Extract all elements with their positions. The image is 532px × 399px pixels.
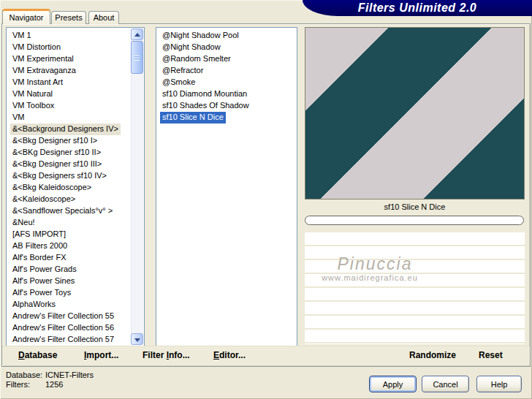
filter-item-label: sf10 Slice N Dice [160,112,226,123]
scroll-up-icon [134,33,140,37]
filter-item-label: @Night Shadow [160,42,223,53]
category-item-label: Andrew's Filter Collection 55 [10,311,116,322]
scroll-thumb[interactable] [131,41,143,74]
watermark-url: www.maidiregrafica.eu [305,273,435,282]
category-item[interactable]: &<Bkg Designers sf10 IV> [7,170,144,181]
category-item[interactable]: &<Bkg Designer sf10 I> [7,134,144,146]
category-item[interactable]: [AFS IMPORT] [7,228,144,240]
cancel-button[interactable]: Cancel [422,376,469,392]
category-item-label: &<Bkg Designer sf10 III> [10,159,104,170]
help-button[interactable]: Help [476,376,522,392]
category-item[interactable]: VM Experimental [7,53,144,64]
category-item[interactable]: VM Instant Art [7,76,144,88]
status-filters-label: Filters: [6,380,30,389]
category-item[interactable]: VM Natural [7,88,144,99]
category-item[interactable]: VM [7,111,144,123]
category-listbox[interactable]: VM 1 VM Distortion VM Experimental VM Ex… [6,27,145,346]
category-item-label: VM Extravaganza [10,65,78,77]
database-button[interactable]: Database [18,346,57,365]
filter-item-label: @Night Shadow Pool [160,30,241,42]
watermark-title: Pinuccia [305,254,445,274]
filter-item[interactable]: sf10 Slice N Dice [156,111,297,123]
category-item-label: Alf's Power Sines [10,276,77,287]
filter-item-label: @Smoke [160,77,197,88]
filter-preview [305,27,525,200]
category-item-label: VM 1 [10,30,34,42]
tab-navigator[interactable]: Navigator [2,9,50,24]
category-item-label: Andrew's Filter Collection 57 [10,334,116,346]
category-item[interactable]: &<Background Designers IV> [7,123,144,134]
category-item-label: VM Instant Art [10,77,65,88]
title-banner: Filters Unlimited 2.0 [303,0,532,16]
category-item-label: &<Sandflower Specials°v° > [10,205,115,217]
category-item[interactable]: AlphaWorks [7,298,144,310]
tab-presets[interactable]: Presets [51,11,86,24]
category-item-label: VM [10,112,27,123]
filter-item[interactable]: sf10 Diamond Mountian [156,88,297,99]
filter-info-button[interactable]: Filter Info... [142,346,190,365]
category-item-label: &<Bkg Designers sf10 IV> [10,170,109,182]
category-item[interactable]: Andrew's Filter Collection 57 [7,333,144,345]
filter-item-label: sf10 Diamond Mountian [160,88,249,100]
category-item[interactable]: Andrew's Filter Collection 55 [7,310,144,322]
category-item-label: &<Background Designers IV> [10,123,121,135]
filters-unlimited-dialog: Filters Unlimited 2.0 Navigator Presets … [0,0,532,399]
category-item-label: &<Bkg Designer sf10 I> [10,135,99,147]
preview-progressbar [305,216,524,225]
filter-item[interactable]: @Smoke [156,76,297,88]
import-button[interactable]: Import... [84,346,118,365]
category-item-label: Alf's Power Grads [10,264,79,276]
category-item[interactable]: VM Distortion [7,41,144,53]
tab-presets-label: Presets [55,13,82,22]
category-item[interactable]: &<Bkg Designer sf10 III> [7,158,144,170]
category-item-label: AlphaWorks [10,299,58,311]
category-item[interactable]: AB Filters 2000 [7,240,144,251]
parameter-area: Pinuccia www.maidiregrafica.eu [305,232,525,344]
status-database-label: Database: [6,370,42,379]
preview-caption: sf10 Slice N Dice [305,202,525,211]
category-item-label: &<Kaleidoscope> [10,194,77,205]
filter-item[interactable]: @Night Shadow [156,41,297,53]
tab-about[interactable]: About [88,11,119,24]
app-title: Filters Unlimited 2.0 [303,0,532,15]
status-filters-value: 1256 [45,380,63,389]
filter-item[interactable]: @Random Smelter [156,53,297,64]
category-item[interactable]: &<Kaleidoscope> [7,193,144,205]
tab-navigator-label: Navigator [9,13,43,22]
category-item-label: &Neu! [10,217,37,229]
category-item[interactable]: &<Bkg Kaleidoscope> [7,181,144,193]
category-item[interactable]: VM Toolbox [7,99,144,111]
category-item[interactable]: Alf's Power Toys [7,286,144,298]
category-item[interactable]: VM 1 [7,29,144,41]
filter-item[interactable]: @Refractor [156,64,297,76]
status-database-value: ICNET-Filters [45,370,94,379]
filter-item[interactable]: sf10 Shades Of Shadow [156,99,297,111]
category-item[interactable]: &Neu! [7,216,144,228]
filter-item-label: sf10 Shades Of Shadow [160,100,251,112]
filter-item-label: @Random Smelter [160,53,233,65]
category-item-label: VM Natural [10,88,55,100]
category-item[interactable]: Andrew's Filter Collection 56 [7,322,144,333]
category-item[interactable]: Alf's Power Grads [7,263,144,275]
category-item[interactable]: &<BKg Designer sf10 II> [7,146,144,158]
scroll-down-button[interactable] [131,333,143,345]
category-item[interactable]: VM Extravaganza [7,64,144,76]
filter-listbox[interactable]: @Night Shadow Pool @Night Shadow @Random… [156,27,297,346]
category-item-label: &<Bkg Kaleidoscope> [10,182,94,194]
scroll-thumb-grip-icon [134,56,140,61]
category-item[interactable]: &<Sandflower Specials°v° > [7,205,144,216]
filter-item-label: @Refractor [160,65,205,77]
category-item-label: VM Toolbox [10,100,56,112]
tab-about-label: About [94,13,115,22]
command-bar: Database Import... Filter Info... Editor… [2,346,530,365]
scroll-up-button[interactable] [131,28,143,40]
category-item[interactable]: Alf's Power Sines [7,275,144,286]
filter-item[interactable]: @Night Shadow Pool [156,29,297,41]
reset-button[interactable]: Reset [479,346,503,365]
randomize-button[interactable]: Randomize [409,346,456,365]
apply-button[interactable]: Apply [369,376,417,392]
category-item[interactable]: Alf's Border FX [7,251,144,263]
category-item-label: Alf's Power Toys [10,287,73,299]
category-scrollbar[interactable] [131,28,143,345]
editor-button[interactable]: Editor... [213,346,246,365]
